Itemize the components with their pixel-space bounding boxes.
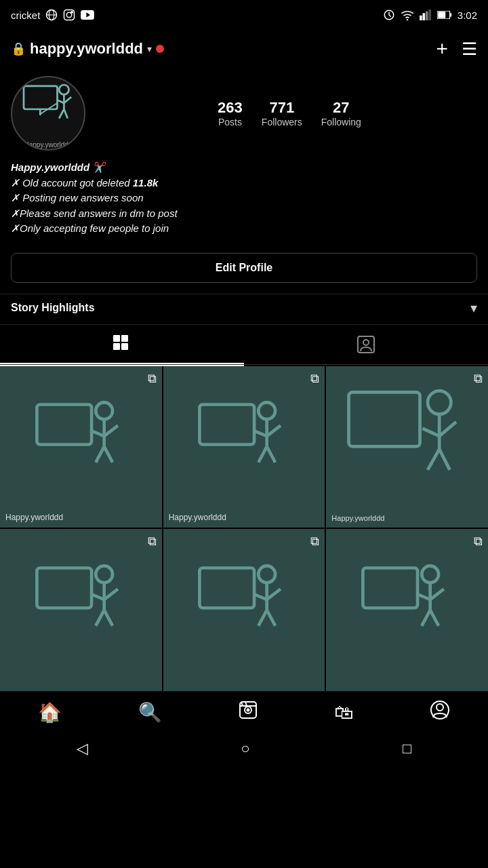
svg-line-73 <box>430 610 439 626</box>
svg-rect-26 <box>113 335 120 342</box>
svg-point-76 <box>247 709 249 711</box>
bio-line-1: ✗ Old account got deleted 11.8k <box>11 176 477 191</box>
grid-label-1: Happy.yworlddd <box>5 513 63 522</box>
grid-icon <box>113 334 131 353</box>
recent-button[interactable]: □ <box>403 740 411 757</box>
header-left: 🔒 happy.yworlddd ▾ <box>11 40 164 58</box>
followers-label: Followers <box>262 117 302 127</box>
dropdown-arrow-icon[interactable]: ▾ <box>147 43 152 54</box>
svg-line-35 <box>92 431 104 437</box>
search-nav-icon[interactable]: 🔍 <box>138 701 162 724</box>
followers-stat[interactable]: 771 Followers <box>262 99 302 127</box>
svg-line-57 <box>104 589 117 599</box>
tab-grid[interactable] <box>0 325 244 364</box>
bottom-nav: 🏠 🔍 🛍 <box>0 691 488 730</box>
svg-rect-29 <box>121 343 128 350</box>
bio-name: Happy.yworlddd ✂️ <box>11 160 477 176</box>
tab-bar <box>0 324 488 365</box>
svg-line-21 <box>64 97 71 103</box>
story-highlights[interactable]: Story Highlights ▾ <box>0 294 488 321</box>
svg-rect-39 <box>200 405 255 445</box>
svg-line-64 <box>267 589 281 599</box>
profile-nav-icon[interactable] <box>430 700 450 725</box>
avatar-image <box>18 79 79 140</box>
wifi-icon <box>401 9 414 20</box>
reels-nav-icon[interactable] <box>239 701 258 724</box>
svg-rect-16 <box>438 12 445 18</box>
grid-label-3: Happy.yworlddd <box>331 514 384 522</box>
status-bar: cricket <box>0 0 488 30</box>
grid-item-5[interactable]: ⧉ <box>163 529 325 691</box>
grid-item-6[interactable]: ⧉ <box>326 529 488 691</box>
avatar[interactable]: Happy.yworlddd <box>11 76 85 151</box>
story-highlights-label: Story Highlights <box>11 302 95 314</box>
chevron-down-icon: ▾ <box>470 300 477 316</box>
grid-label-2: Happy.yworlddd <box>169 513 226 522</box>
svg-rect-12 <box>426 12 428 20</box>
android-nav: ◁ ○ □ <box>0 730 488 764</box>
header: 🔒 happy.yworlddd ▾ + ☰ <box>0 30 488 68</box>
svg-rect-28 <box>113 343 120 350</box>
profile-section: Happy.yworlddd 263 Posts 771 Followers 2… <box>0 68 488 242</box>
multi-icon-6: ⧉ <box>474 534 483 549</box>
svg-rect-15 <box>449 13 451 16</box>
svg-line-72 <box>422 610 430 626</box>
header-right: + ☰ <box>436 37 477 60</box>
add-icon[interactable]: + <box>436 37 448 60</box>
home-nav-icon[interactable]: 🏠 <box>38 701 62 724</box>
multi-icon-2: ⧉ <box>310 372 319 386</box>
svg-line-22 <box>59 109 64 119</box>
svg-point-31 <box>363 340 369 345</box>
time-label: 3:02 <box>458 9 477 21</box>
battery-icon <box>437 11 452 19</box>
svg-line-20 <box>58 100 64 103</box>
grid-item-1[interactable]: ⧉ Happy.yworlddd <box>0 366 162 528</box>
tagged-icon <box>357 335 375 354</box>
multi-icon-3: ⧉ <box>474 372 483 386</box>
lock-icon: 🔒 <box>11 41 26 56</box>
svg-line-65 <box>259 610 267 626</box>
youtube-icon <box>81 10 94 20</box>
multi-icon-1: ⧉ <box>148 372 157 386</box>
svg-line-50 <box>439 422 456 437</box>
svg-line-66 <box>267 610 275 626</box>
svg-point-9 <box>407 19 408 20</box>
tab-tagged[interactable] <box>244 325 488 364</box>
svg-rect-10 <box>420 16 422 20</box>
svg-rect-60 <box>200 568 255 608</box>
old-account-count: 11.8k <box>133 177 159 189</box>
home-button[interactable]: ○ <box>241 740 249 757</box>
post-image-2 <box>191 394 296 499</box>
bio-line-4: ✗Only accepting few people to join <box>11 221 477 237</box>
svg-rect-32 <box>37 405 92 445</box>
svg-line-23 <box>64 109 67 119</box>
svg-line-63 <box>254 594 267 599</box>
multi-icon-5: ⧉ <box>310 534 319 549</box>
bio-line-2: ✗ Posting new answers soon <box>11 191 477 206</box>
svg-rect-27 <box>121 335 128 342</box>
svg-line-43 <box>267 426 281 437</box>
svg-point-33 <box>96 403 113 420</box>
back-button[interactable]: ◁ <box>77 740 88 757</box>
svg-point-81 <box>436 704 443 711</box>
svg-line-51 <box>428 450 439 471</box>
grid-item-2[interactable]: ⧉ Happy.yworlddd <box>163 366 325 528</box>
posts-grid: ⧉ Happy.yworlddd ⧉ Happy.yworlddd ⧉ <box>0 366 488 691</box>
svg-line-38 <box>104 447 112 462</box>
following-stat[interactable]: 27 Following <box>321 99 361 127</box>
grid-item-4[interactable]: ⧉ <box>0 529 162 691</box>
post-image-6 <box>354 557 460 663</box>
edit-profile-button[interactable]: Edit Profile <box>11 253 477 283</box>
shop-nav-icon[interactable]: 🛍 <box>334 701 353 724</box>
bio-line-3: ✗Please send answers in dm to post <box>11 206 477 222</box>
svg-point-54 <box>96 566 113 583</box>
svg-line-45 <box>267 447 275 462</box>
carrier-label: cricket <box>11 9 40 21</box>
menu-icon[interactable]: ☰ <box>462 39 477 60</box>
posts-label: Posts <box>218 117 242 127</box>
posts-stat[interactable]: 263 Posts <box>218 99 243 127</box>
svg-point-40 <box>259 403 276 420</box>
grid-item-3[interactable]: ⧉ Happy.yworlddd <box>326 366 488 528</box>
svg-rect-11 <box>422 13 425 20</box>
username-label[interactable]: happy.yworlddd <box>30 40 143 58</box>
